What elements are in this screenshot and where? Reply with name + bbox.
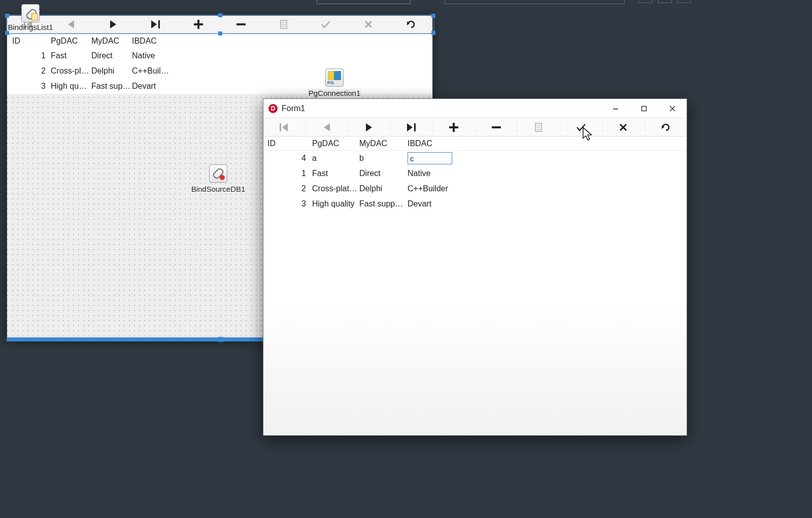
svg-rect-20 [280,123,281,131]
svg-marker-24 [407,123,413,131]
runtime-grid-cell[interactable]: 3 [263,199,311,209]
rt-nav-post-button[interactable] [560,118,603,136]
nav-last-button[interactable] [134,16,177,33]
design-grid-header-row: ID PgDAC MyDAC IBDAC [7,33,432,48]
close-button[interactable] [658,99,687,118]
runtime-grid-cell-pg[interactable]: a [311,154,359,163]
svg-marker-3 [110,20,116,28]
runtime-grid-cell[interactable]: Cross-plat… [311,184,359,193]
runtime-grid-row[interactable]: 2 Cross-plat… Delphi C++Builder [263,181,687,196]
design-grid-cell: Fast sup… [91,82,132,91]
design-grid-cell: Delphi [91,66,132,76]
titlebar[interactable]: D Form1 [263,99,687,118]
runtime-grid-row[interactable]: 1 Fast Direct Native [263,166,687,181]
bindsource-icon [209,164,227,183]
build-combo[interactable]: Master [445,0,625,4]
design-grid-cell: Direct [91,51,132,60]
runtime-grid-header: ID PgDAC MyDAC IBDAC [263,136,687,151]
window-title: Form1 [282,104,305,113]
design-grid-cell: Native [132,51,173,60]
runtime-grid-cell[interactable]: Fast supp… [359,199,408,209]
platform-combo[interactable]: Windows [317,0,411,4]
runtime-grid-cell-id[interactable]: 4 [263,154,311,163]
pgconnection-label: PgConnection1 [308,89,362,97]
ide-topbar: Windows Master [0,0,812,3]
app-icon: D [268,104,278,113]
svg-marker-21 [282,123,288,131]
runtime-grid-cell-ib-editing[interactable] [408,152,456,164]
svg-marker-4 [151,20,157,28]
svg-marker-22 [324,123,330,131]
selection-handle-ml[interactable] [5,31,9,35]
rt-nav-prev-button[interactable] [306,118,349,136]
bindingslist-label: BindingsList1 [8,23,53,31]
svg-marker-23 [366,123,372,131]
design-grid-header-my: MyDAC [91,37,132,46]
runtime-grid-cell[interactable]: Native [408,169,456,178]
pgconnection-component[interactable]: PG PgConnection1 [294,68,375,97]
runtime-grid-cell[interactable]: Devart [408,199,456,209]
rt-nav-delete-button[interactable] [476,118,518,136]
svg-rect-28 [492,126,501,128]
rt-nav-edit-button[interactable] [518,118,560,136]
bindingslist-component[interactable]: BindingsList1 [0,4,62,31]
rt-nav-cancel-button[interactable] [602,118,645,136]
ide-tool-button-1[interactable] [638,0,653,3]
runtime-grid-header-id[interactable]: ID [263,139,311,148]
nav-next-button[interactable] [92,16,135,33]
design-grid-cell: Fast [51,51,91,60]
runtime-grid-cell-my[interactable]: b [359,154,408,163]
pgconnection-icon: PG [325,68,344,87]
design-navigator [7,16,432,33]
design-form-bottom-selection-handle[interactable] [218,337,223,342]
runtime-grid-row-editing[interactable]: 4 a b [263,151,687,166]
runtime-grid-header-pg[interactable]: PgDAC [311,139,359,148]
design-form-bottom-selection-bar [7,337,263,341]
runtime-grid-row[interactable]: 3 High quality Fast supp… Devart [263,196,687,212]
rt-nav-last-button[interactable] [391,118,433,136]
runtime-grid-cell[interactable]: 1 [263,169,311,178]
ide-tool-button-2[interactable] [658,0,672,3]
minimize-button[interactable] [601,99,630,118]
rt-nav-next-button[interactable] [348,118,391,136]
bindingslist-icon [21,4,40,22]
design-grid-cell: Devart [132,82,173,91]
rt-nav-insert-button[interactable] [433,118,476,136]
selection-handle-bm[interactable] [218,31,222,36]
runtime-grid-header-my[interactable]: MyDAC [359,139,408,148]
design-grid-header-ib: IBDAC [132,37,173,46]
runtime-grid-cell[interactable]: Fast [311,169,359,178]
nav-insert-button[interactable] [177,16,220,33]
nav-cancel-button[interactable] [347,16,390,33]
runtime-navigator [263,118,687,136]
runtime-grid-cell[interactable]: High quality [311,199,359,209]
runtime-grid-edit-input[interactable] [408,152,452,164]
design-grid-row[interactable]: 1 Fast Direct Native [7,48,432,63]
selection-handle-tm[interactable] [218,13,222,17]
nav-post-button[interactable] [305,16,348,33]
selection-handle-mr[interactable] [431,31,435,35]
nav-delete-button[interactable] [220,16,262,33]
rt-nav-first-button[interactable] [263,118,306,136]
selection-handle-tr[interactable] [431,14,435,18]
runtime-grid-cell[interactable]: 2 [263,184,311,193]
runtime-window: D Form1 [263,98,687,436]
svg-rect-5 [158,20,160,28]
svg-rect-7 [194,23,203,25]
runtime-grid-cell[interactable]: Delphi [359,184,408,193]
rt-nav-refresh-button[interactable] [645,118,687,136]
ide-tool-button-3[interactable] [677,0,691,3]
nav-refresh-button[interactable] [390,16,432,33]
design-grid-cell: Cross-pl… [51,66,91,76]
bindsource-component[interactable]: BindSourceDB1 [178,164,259,193]
nav-edit-button[interactable] [262,16,305,33]
maximize-button[interactable] [630,99,658,118]
runtime-grid-cell[interactable]: Direct [359,169,408,178]
design-grid-cell: C++Buil… [132,66,173,76]
design-grid-header-id: ID [7,37,51,46]
design-grid-cell: 2 [7,66,51,76]
svg-rect-8 [236,23,246,25]
svg-rect-25 [414,123,416,131]
runtime-grid-cell[interactable]: C++Builder [408,184,456,193]
runtime-grid-header-ib[interactable]: IBDAC [408,139,456,148]
